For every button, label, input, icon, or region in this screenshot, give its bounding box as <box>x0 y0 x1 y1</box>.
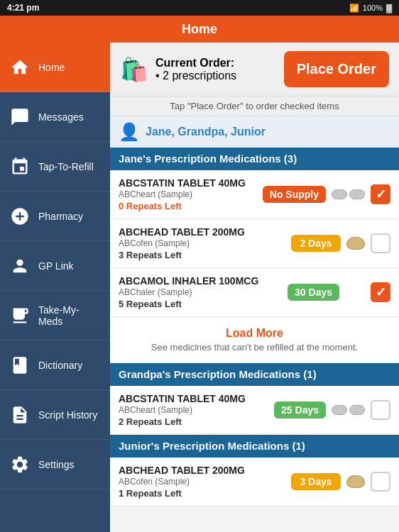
supply-badge-junior-1: 3 Days <box>291 473 341 490</box>
script-history-icon <box>9 404 31 426</box>
pill-circle-1 <box>332 189 347 199</box>
tap-hint: Tap "Place Order" to order checked items <box>110 96 399 116</box>
supply-badge-jane-3: 30 Days <box>288 284 339 301</box>
sidebar-item-home-label: Home <box>38 62 65 73</box>
sidebar-item-gp-label: GP Link <box>38 260 74 272</box>
status-icons: 📶 100% ▓ <box>349 4 392 13</box>
patient-avatar-icon: 👤 <box>119 122 140 142</box>
section-header-grandpa: Grandpa's Prescription Medications (1) <box>110 363 399 386</box>
med-brand-grandpa-1: ABCheart (Sample) <box>119 405 274 415</box>
med-info-jane-1: ABCSTATIN TABLET 40MG ABCheart (Sample) … <box>119 177 263 211</box>
load-more-label[interactable]: Load More <box>119 327 390 340</box>
checkbox-jane-2[interactable] <box>371 233 390 253</box>
home-icon <box>9 56 31 79</box>
main-content: 🛍️ Current Order: • 2 prescriptions Plac… <box>110 43 399 532</box>
sidebar-item-dictionary-label: Dictionary <box>38 360 82 371</box>
checkbox-jane-1[interactable]: ✓ <box>371 184 390 204</box>
battery-icon: ▓ <box>386 4 392 12</box>
pill-oval-j1 <box>346 475 365 488</box>
pharmacy-icon <box>9 205 31 228</box>
section-header-jane: Jane's Prescription Medications (3) <box>110 148 399 170</box>
order-label: Current Order: <box>155 57 236 70</box>
prescription-count: • 2 prescriptions <box>155 70 236 82</box>
checkmark-jane-3: ✓ <box>376 284 386 300</box>
sidebar-item-pharmacy[interactable]: Pharmacy <box>0 192 110 241</box>
sidebar-item-home[interactable]: Home <box>0 43 110 92</box>
checkbox-grandpa-1[interactable] <box>371 400 390 420</box>
load-more-section[interactable]: Load More See medicines that can't be re… <box>110 317 399 363</box>
checkmark-jane-1: ✓ <box>376 187 386 202</box>
med-repeats-junior-1: 1 Repeats Left <box>119 488 291 499</box>
med-repeats-jane-3: 5 Repeats Left <box>119 299 288 309</box>
med-name-jane-3: ABCAMOL INHALER 100MCG <box>119 275 288 287</box>
order-banner: 🛍️ Current Order: • 2 prescriptions Plac… <box>110 43 399 96</box>
refill-icon <box>9 155 31 178</box>
med-repeats-grandpa-1: 2 Repeats Left <box>119 416 274 427</box>
main-layout: Home Messages Tap-To-Refill <box>0 43 399 532</box>
patient-header: 👤 Jane, Grandpa, Junior <box>110 116 399 148</box>
order-details: Current Order: • 2 prescriptions <box>155 57 236 82</box>
sidebar-item-messages[interactable]: Messages <box>0 92 110 142</box>
pill-icon-junior-1 <box>346 475 365 488</box>
place-order-button[interactable]: Place Order <box>284 51 389 87</box>
supply-badge-grandpa-1: 25 Days <box>274 401 326 419</box>
med-brand-junior-1: ABCofen (Sample) <box>119 477 291 487</box>
med-item-jane-3: ABCAMOL INHALER 100MCG ABChaler (Sample)… <box>110 268 399 317</box>
med-name-jane-1: ABCSTATIN TABLET 40MG <box>119 177 263 189</box>
checkbox-junior-1[interactable] <box>371 472 390 492</box>
pill-icon-jane-1 <box>332 189 365 199</box>
settings-icon <box>9 453 31 476</box>
sidebar-item-settings[interactable]: Settings <box>0 440 110 489</box>
gp-icon <box>9 255 31 277</box>
sidebar-item-take-meds-label: Take-My-Meds <box>38 304 102 327</box>
order-info: 🛍️ Current Order: • 2 prescriptions <box>120 56 236 83</box>
order-icon: 🛍️ <box>120 56 148 83</box>
sidebar-item-gp-link[interactable]: GP Link <box>0 241 110 291</box>
sidebar-item-dictionary[interactable]: Dictionary <box>0 340 110 390</box>
med-item-junior-1: ABCHEAD TABLET 200MG ABCofen (Sample) 1 … <box>110 458 399 506</box>
med-info-grandpa-1: ABCSTATIN TABLET 40MG ABCheart (Sample) … <box>119 393 274 427</box>
sidebar-item-script-label: Script History <box>38 409 97 421</box>
app-header: Home <box>0 16 399 43</box>
messages-icon <box>9 106 31 128</box>
med-name-junior-1: ABCHEAD TABLET 200MG <box>119 465 291 476</box>
patient-name: Jane, Grandpa, Junior <box>146 126 266 138</box>
med-right-jane-1: No Supply ✓ <box>263 184 390 204</box>
med-right-grandpa-1: 25 Days <box>274 400 390 420</box>
med-repeats-jane-2: 3 Repeats Left <box>119 250 291 260</box>
sidebar: Home Messages Tap-To-Refill <box>0 43 110 532</box>
med-info-jane-2: ABCHEAD TABLET 200MG ABCofen (Sample) 3 … <box>119 226 291 260</box>
pill-circle-2 <box>349 189 365 199</box>
med-repeats-jane-1: 0 Repeats Left <box>119 201 263 211</box>
med-name-grandpa-1: ABCSTATIN TABLET 40MG <box>119 393 274 404</box>
pill-icon-grandpa-1 <box>332 405 365 415</box>
pill-circle-g2 <box>349 405 365 415</box>
sidebar-item-script-history[interactable]: Script History <box>0 390 110 440</box>
dictionary-icon <box>9 354 31 377</box>
med-brand-jane-1: ABCheart (Sample) <box>119 189 263 199</box>
time-display: 4:21 pm <box>7 3 39 13</box>
section-title-junior: Junior's Prescription Medications (1) <box>119 440 305 452</box>
pill-oval-1 <box>346 237 365 250</box>
sidebar-item-take-my-meds[interactable]: Take-My-Meds <box>0 291 110 340</box>
load-more-description: See medicines that can't be refilled at … <box>119 342 390 353</box>
med-brand-jane-2: ABCofen (Sample) <box>119 238 291 248</box>
med-item-jane-1: ABCSTATIN TABLET 40MG ABCheart (Sample) … <box>110 170 399 219</box>
status-bar: 4:21 pm 📶 100% ▓ <box>0 0 399 16</box>
section-header-junior: Junior's Prescription Medications (1) <box>110 435 399 458</box>
sidebar-item-refill-label: Tap-To-Refill <box>38 161 94 172</box>
med-item-jane-2: ABCHEAD TABLET 200MG ABCofen (Sample) 3 … <box>110 219 399 268</box>
med-right-jane-3: 30 Days ✓ <box>288 282 390 302</box>
sidebar-item-settings-label: Settings <box>38 459 75 470</box>
take-meds-icon <box>9 304 31 327</box>
pill-circle-g1 <box>332 405 347 415</box>
sidebar-item-tap-to-refill[interactable]: Tap-To-Refill <box>0 142 110 192</box>
checkbox-jane-3[interactable]: ✓ <box>371 282 390 302</box>
med-right-junior-1: 3 Days <box>291 472 390 492</box>
header-title: Home <box>182 22 217 37</box>
section-title-grandpa: Grandpa's Prescription Medications (1) <box>119 368 317 380</box>
section-title-jane: Jane's Prescription Medications (3) <box>119 153 297 165</box>
med-right-jane-2: 2 Days <box>291 233 390 253</box>
med-item-grandpa-1: ABCSTATIN TABLET 40MG ABCheart (Sample) … <box>110 386 399 435</box>
bluetooth-icon: 📶 <box>349 4 359 13</box>
